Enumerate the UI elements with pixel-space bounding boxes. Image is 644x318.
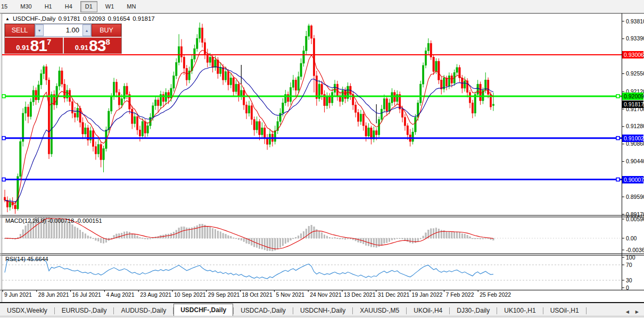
chart-title: ▲ USDCHF-,Daily 0.91781 0.92093 0.91654 … bbox=[5, 15, 158, 22]
hline-price-tag: 0.91002 bbox=[622, 135, 643, 142]
rsi-label: RSI(14) 45.6644 bbox=[5, 256, 48, 262]
svg-text:25 Feb 2022: 25 Feb 2022 bbox=[480, 291, 511, 298]
ohlc-high: 0.92093 bbox=[83, 15, 105, 22]
one-click-trading-panel: SELL ▼ 1.00 ▲ BUY 0.91 81 7 0.91 83 8 bbox=[4, 23, 122, 54]
svg-text:18 Oct 2021: 18 Oct 2021 bbox=[242, 291, 273, 298]
timeframe-button-15[interactable]: 15 bbox=[0, 1, 12, 12]
chart-tab-usoil-h1[interactable]: USOil-,H1 bbox=[543, 305, 586, 317]
ohlc-open: 0.91781 bbox=[58, 15, 80, 22]
hline-handle[interactable] bbox=[2, 178, 5, 181]
chart-tab-bar: USDX,WeeklyEURUSD-,DailyAUDUSD-,DailyUSD… bbox=[0, 302, 644, 317]
current-price-tag: 0.91817 bbox=[622, 101, 643, 108]
collapse-chart-icon[interactable]: ▲ bbox=[5, 16, 10, 21]
timeframe-button-mn[interactable]: MN bbox=[122, 1, 141, 12]
chart-tab-usdx-weekly[interactable]: USDX,Weekly bbox=[0, 305, 54, 317]
chart-tab-eurusd-daily[interactable]: EURUSD-,Daily bbox=[55, 305, 114, 317]
tab-separator bbox=[586, 307, 587, 314]
svg-text:0.93810: 0.93810 bbox=[626, 18, 644, 24]
tab-scroll-left-icon[interactable]: ◀ bbox=[626, 309, 629, 314]
buy-price-big: 83 bbox=[89, 38, 105, 53]
ohlc-close: 0.91817 bbox=[133, 15, 155, 22]
sell-price-prefix: 0.91 bbox=[16, 43, 29, 53]
macd-label: MACD(12,26,9) -0.000718 -0.000151 bbox=[5, 217, 102, 224]
chart-tab-uk100-h1[interactable]: UK100-,H1 bbox=[497, 305, 542, 317]
hline-handle[interactable] bbox=[2, 137, 5, 140]
chart-tab-dj30-daily[interactable]: DJ30-,Daily bbox=[450, 305, 497, 317]
sell-price-display[interactable]: 0.91 81 7 bbox=[5, 37, 63, 54]
svg-text:0.005963: 0.005963 bbox=[626, 216, 644, 222]
svg-text:13 Dec 2021: 13 Dec 2021 bbox=[344, 291, 376, 298]
sell-price-big: 81 bbox=[30, 38, 47, 53]
price-axis: 0.938100.933900.929700.925500.921200.917… bbox=[622, 18, 644, 291]
svg-text:30: 30 bbox=[626, 277, 632, 283]
hline-handle[interactable] bbox=[616, 137, 620, 140]
timeframe-button-h4[interactable]: H4 bbox=[60, 1, 77, 12]
hline-handle[interactable] bbox=[616, 95, 620, 98]
svg-text:29 Sep 2021: 29 Sep 2021 bbox=[208, 291, 240, 298]
svg-text:0.90440: 0.90440 bbox=[626, 158, 644, 164]
svg-text:0.93390: 0.93390 bbox=[626, 35, 644, 41]
volume-spinner: ▼ 1.00 ▲ bbox=[35, 24, 92, 37]
buy-button[interactable]: BUY bbox=[92, 24, 121, 37]
chart-tab-xauusd-m5[interactable]: XAUUSD-,M5 bbox=[353, 305, 406, 317]
svg-text:0.00: 0.00 bbox=[626, 235, 637, 241]
svg-text:0.89590: 0.89590 bbox=[626, 194, 644, 200]
svg-text:0.91280: 0.91280 bbox=[626, 123, 644, 129]
svg-text:0: 0 bbox=[626, 284, 629, 291]
svg-text:16 Jul 2021: 16 Jul 2021 bbox=[72, 291, 101, 298]
chart-tab-ukoil-h4[interactable]: UKOil-,H4 bbox=[407, 305, 449, 317]
sell-button[interactable]: SELL bbox=[5, 24, 35, 37]
macd-values: -0.000718 -0.000151 bbox=[47, 217, 102, 224]
timeframe-toolbar: 15M30H1H4D1W1MN bbox=[0, 0, 644, 13]
window-bottom-edge bbox=[0, 316, 644, 318]
chart-tab-usdchf-daily[interactable]: USDCHF-,Daily bbox=[174, 304, 233, 317]
svg-text:10 Sep 2021: 10 Sep 2021 bbox=[174, 291, 206, 298]
svg-text:4 Aug 2021: 4 Aug 2021 bbox=[106, 291, 134, 298]
svg-text:100: 100 bbox=[626, 254, 635, 261]
chart-symbol-label: USDCHF-,Daily bbox=[13, 15, 56, 22]
buy-price-prefix: 0.91 bbox=[75, 43, 88, 53]
date-axis: 9 Jun 202128 Jun 202116 Jul 20214 Aug 20… bbox=[3, 290, 511, 298]
buy-price-pip: 8 bbox=[105, 39, 110, 45]
timeframe-button-h1[interactable]: H1 bbox=[40, 1, 57, 12]
svg-text:-0.003664: -0.003664 bbox=[626, 247, 644, 253]
rsi-pane bbox=[2, 260, 622, 280]
volume-increase-button[interactable]: ▲ bbox=[82, 24, 91, 36]
hline-price-tag: 0.92009 bbox=[622, 93, 643, 100]
tab-scroll-right-icon[interactable]: ▶ bbox=[635, 309, 639, 314]
svg-text:70: 70 bbox=[626, 262, 632, 268]
hline-price-tag: 0.90007 bbox=[622, 176, 643, 183]
svg-text:31 Dec 2021: 31 Dec 2021 bbox=[378, 291, 410, 298]
svg-text:23 Aug 2021: 23 Aug 2021 bbox=[140, 291, 171, 298]
timeframe-button-w1[interactable]: W1 bbox=[101, 1, 119, 12]
chart-tab-audusd-daily[interactable]: AUDUSD-,Daily bbox=[114, 305, 173, 317]
horizontal-lines-layer bbox=[2, 55, 622, 181]
sell-price-pip: 7 bbox=[47, 39, 51, 45]
svg-text:0.92550: 0.92550 bbox=[626, 70, 644, 77]
volume-input[interactable]: 1.00 bbox=[44, 24, 82, 36]
hline-price-tag: 0.93006 bbox=[622, 51, 643, 58]
svg-text:9 Jun 2021: 9 Jun 2021 bbox=[4, 291, 32, 298]
trading-platform: 15M30H1H4D1W1MN 0.938100.933900.929700.9… bbox=[0, 0, 644, 318]
timeframe-button-d1[interactable]: D1 bbox=[80, 1, 97, 12]
rsi-value: 45.6644 bbox=[27, 256, 48, 262]
ma-line-8 bbox=[5, 50, 493, 204]
timeframe-button-m30[interactable]: M30 bbox=[15, 1, 36, 12]
hline-handle[interactable] bbox=[2, 95, 5, 98]
chart-tab-usdcad-daily[interactable]: USDCAD-,Daily bbox=[234, 305, 293, 317]
ohlc-low: 0.91654 bbox=[108, 15, 130, 22]
buy-price-display[interactable]: 0.91 83 8 bbox=[64, 37, 122, 54]
svg-text:24 Nov 2021: 24 Nov 2021 bbox=[310, 291, 342, 298]
svg-text:5 Nov 2021: 5 Nov 2021 bbox=[276, 291, 304, 298]
svg-text:7 Feb 2022: 7 Feb 2022 bbox=[445, 291, 474, 298]
svg-text:19 Jan 2022: 19 Jan 2022 bbox=[412, 291, 443, 298]
chart-tab-usdcnh-daily[interactable]: USDCNH-,Daily bbox=[293, 305, 352, 317]
svg-text:28 Jun 2021: 28 Jun 2021 bbox=[38, 291, 69, 298]
chart-frame bbox=[0, 13, 644, 302]
hline-handle[interactable] bbox=[616, 178, 620, 181]
volume-decrease-button[interactable]: ▼ bbox=[35, 24, 44, 36]
